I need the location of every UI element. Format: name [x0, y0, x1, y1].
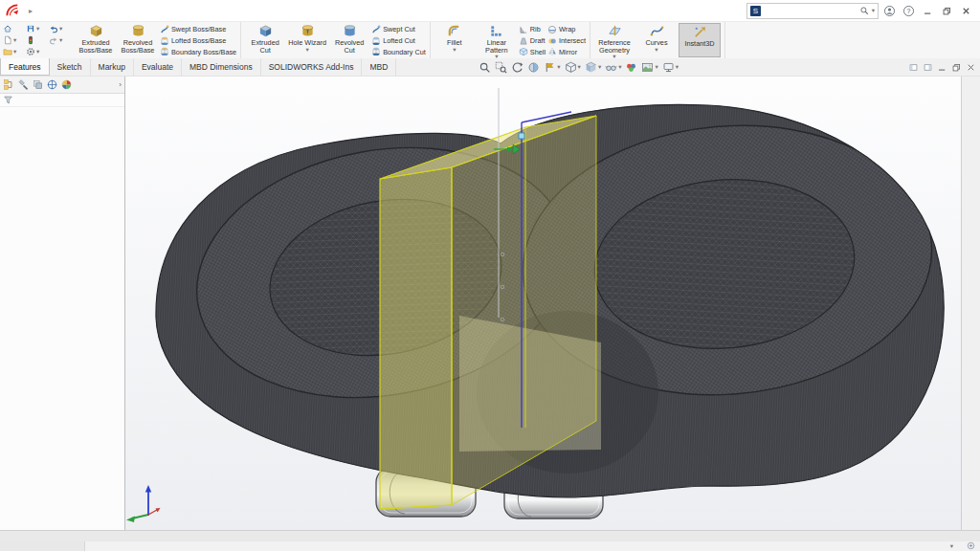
search-dropdown-caret[interactable]: ▾: [872, 8, 875, 14]
search-commands-box[interactable]: S ▾: [746, 3, 879, 19]
dropdown-caret[interactable]: ▾: [598, 64, 601, 71]
hu-hide-icon: [605, 61, 617, 74]
linear-pattern-button[interactable]: Linear Pattern▾: [477, 23, 517, 57]
apply-scene-button[interactable]: ▾: [641, 61, 657, 74]
tab-evaluate[interactable]: Evaluate: [134, 58, 182, 76]
extruded-cut-button[interactable]: Extruded Cut: [245, 23, 285, 57]
show-left-pane-button[interactable]: [908, 62, 919, 73]
zoom-to-fit-button[interactable]: [479, 61, 491, 74]
tab-markup[interactable]: Markup: [91, 58, 134, 76]
rib-button[interactable]: Rib: [519, 24, 546, 35]
dropdown-caret[interactable]: ▾: [578, 64, 581, 71]
tab-mbd-dimensions[interactable]: MBD Dimensions: [182, 58, 261, 76]
minimize-document-button[interactable]: [937, 62, 947, 73]
displaymanager-tab[interactable]: [60, 78, 73, 91]
dynamic-annotation-views-button[interactable]: ▾: [544, 61, 560, 74]
fillet-button[interactable]: Fillet▾: [434, 23, 475, 57]
dropdown-caret[interactable]: ▾: [655, 47, 657, 54]
shell-button[interactable]: Shell: [519, 46, 546, 57]
swept-boss-base-button[interactable]: Swept Boss/Base: [160, 24, 236, 35]
cut-extrude-preview[interactable]: [380, 116, 601, 509]
tab-sketch[interactable]: Sketch: [50, 58, 91, 76]
new-document-button[interactable]: ▾: [3, 34, 26, 46]
dropdown-caret[interactable]: ▾: [59, 26, 62, 33]
redo-button[interactable]: ▾: [49, 34, 72, 46]
display-style-button[interactable]: ▾: [585, 61, 601, 74]
intersect-button[interactable]: Intersect: [547, 35, 586, 47]
home-button[interactable]: [3, 23, 26, 34]
curves-button[interactable]: Curves▾: [636, 23, 677, 57]
viewport-canvas[interactable]: [125, 77, 961, 530]
panel-expand-chevron[interactable]: ›: [119, 80, 124, 89]
login-button[interactable]: [880, 3, 898, 18]
rebuild-button[interactable]: [26, 34, 49, 46]
show-right-pane-button[interactable]: [923, 62, 933, 73]
close-document-button[interactable]: [966, 62, 976, 73]
previous-view-button[interactable]: [511, 61, 523, 74]
dropdown-caret[interactable]: ▾: [618, 64, 621, 71]
win-min-icon: [937, 62, 947, 73]
filter-icon[interactable]: [3, 95, 13, 105]
view-settings-button[interactable]: ▾: [662, 61, 679, 74]
zoom-to-area-button[interactable]: [495, 61, 507, 74]
ribbon-button-label: Swept Cut: [383, 25, 415, 33]
help-button[interactable]: ?: [900, 3, 917, 18]
unit-system[interactable]: ▾: [945, 543, 953, 550]
menu-expand-arrow[interactable]: ▸: [29, 7, 33, 15]
dropdown-caret[interactable]: ▾: [13, 49, 16, 55]
ribbon-button-label: Lofted Boss/Base: [171, 36, 226, 45]
lofted-boss-base-button[interactable]: Lofted Boss/Base: [160, 35, 236, 47]
search-input[interactable]: [764, 6, 857, 16]
dropdown-caret[interactable]: ▾: [676, 64, 679, 71]
revolved-boss-base-button[interactable]: Revolved Boss/Base: [118, 23, 158, 57]
drag-handle-point[interactable]: [519, 133, 524, 139]
boundary-boss-base-button[interactable]: Boundary Boss/Base: [160, 46, 236, 57]
restore-document-button[interactable]: [951, 62, 962, 73]
hide-show-items-button[interactable]: ▾: [605, 61, 621, 74]
close-button[interactable]: [957, 3, 974, 18]
revolved-cut-button[interactable]: Revolved Cut: [329, 23, 369, 57]
instant3d-button[interactable]: Instant3D: [679, 23, 721, 57]
dropdown-caret[interactable]: ▾: [36, 49, 39, 55]
restore-button[interactable]: [938, 3, 955, 18]
hole-wizard-button[interactable]: Hole Wizard▾: [287, 23, 327, 57]
save-button[interactable]: ▾: [26, 23, 49, 34]
open-button[interactable]: ▾: [3, 46, 26, 57]
loft-icon: [160, 36, 169, 46]
unit-dropdown-caret[interactable]: ▾: [950, 543, 953, 550]
draft-button[interactable]: Draft: [519, 35, 546, 47]
lofted-cut-button[interactable]: Lofted Cut: [371, 35, 426, 47]
edit-appearance-button[interactable]: [625, 61, 637, 74]
dropdown-caret[interactable]: ▾: [36, 26, 39, 33]
options-button[interactable]: ▾: [26, 46, 49, 57]
th-config-icon: [32, 78, 44, 91]
dropdown-caret[interactable]: ▾: [13, 37, 16, 44]
tab-features[interactable]: Features: [0, 58, 50, 76]
reference-geometry-button[interactable]: Reference Geometry▾: [594, 23, 635, 57]
dropdown-caret[interactable]: ▾: [453, 47, 456, 54]
minimize-button[interactable]: [919, 3, 936, 18]
wrap-button[interactable]: Wrap: [547, 24, 586, 35]
undo-button[interactable]: ▾: [49, 23, 72, 34]
ribbon-button-label: Intersect: [559, 36, 586, 45]
status-tag-icon[interactable]: [967, 541, 975, 551]
dropdown-caret[interactable]: ▾: [557, 64, 560, 71]
dropdown-caret[interactable]: ▾: [306, 47, 309, 54]
mirror-button[interactable]: Mirror: [547, 46, 586, 57]
dimxpertmanager-tab[interactable]: [46, 78, 58, 91]
configurationmanager-tab[interactable]: [32, 78, 44, 91]
search-icon[interactable]: [859, 6, 869, 15]
section-view-button[interactable]: [527, 61, 540, 74]
shell-icon: [519, 47, 528, 56]
dropdown-caret[interactable]: ▾: [59, 37, 62, 44]
view-orientation-button[interactable]: ▾: [565, 61, 581, 74]
propertymanager-tab[interactable]: [17, 78, 30, 91]
tab-mbd[interactable]: MBD: [362, 58, 396, 76]
extrude-cut-icon: [258, 24, 273, 38]
boundary-cut-button[interactable]: Boundary Cut: [371, 46, 426, 57]
extruded-boss-base-button[interactable]: Extruded Boss/Base: [76, 23, 116, 57]
dropdown-caret[interactable]: ▾: [655, 64, 657, 71]
tab-solidworks-add-ins[interactable]: SOLIDWORKS Add-Ins: [261, 58, 363, 76]
featuremanager-tab[interactable]: [3, 78, 15, 91]
swept-cut-button[interactable]: Swept Cut: [371, 24, 426, 35]
